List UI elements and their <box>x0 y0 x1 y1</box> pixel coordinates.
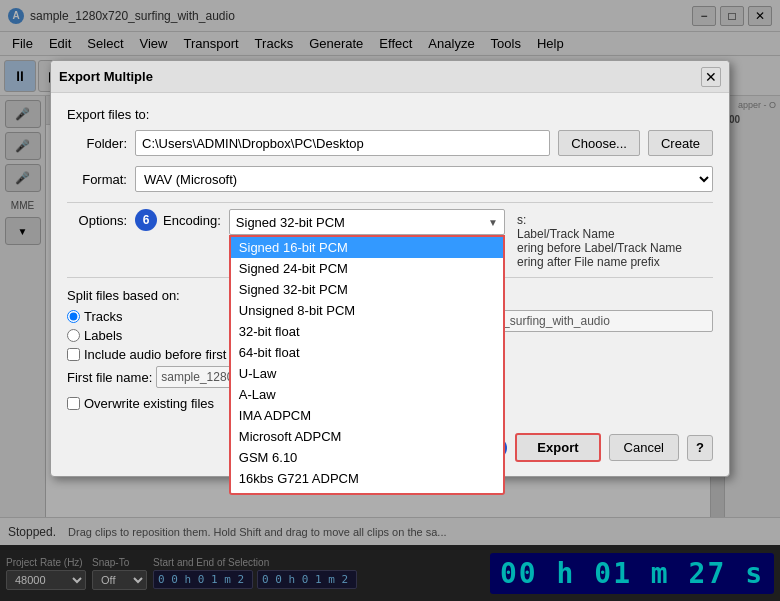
modal-close-button[interactable]: ✕ <box>701 67 721 87</box>
right-col-after: ering after File name prefix <box>517 255 713 269</box>
right-col-track: Label/Track Name <box>517 227 713 241</box>
format-label: Format: <box>67 172 127 187</box>
encoding-selected-value: Signed 32-bit PCM <box>236 215 345 230</box>
encoding-option-16bit[interactable]: Signed 16-bit PCM <box>231 237 503 258</box>
encoding-option-gsm[interactable]: GSM 6.10 <box>231 447 503 468</box>
encoding-option-32float[interactable]: 32-bit float <box>231 321 503 342</box>
overwrite-label: Overwrite existing files <box>84 396 214 411</box>
encoding-dropdown-list: Signed 16-bit PCM Signed 24-bit PCM Sign… <box>229 235 505 495</box>
encoding-option-24bit[interactable]: Signed 24-bit PCM <box>231 258 503 279</box>
encoding-option-ima[interactable]: IMA ADPCM <box>231 405 503 426</box>
modal-title: Export Multiple <box>59 69 701 84</box>
encoding-option-alaw[interactable]: A-Law <box>231 384 503 405</box>
folder-input[interactable] <box>135 130 550 156</box>
modal-overlay: Export Multiple ✕ Export files to: Folde… <box>0 0 780 601</box>
export-button[interactable]: Export <box>515 433 600 462</box>
file-name-label: First file name: <box>67 370 152 385</box>
format-select[interactable]: WAV (Microsoft) <box>135 166 713 192</box>
encoding-option-64float[interactable]: 64-bit float <box>231 342 503 363</box>
encoding-option-g721[interactable]: 16kbs G721 ADPCM <box>231 468 503 489</box>
right-col-s: s: <box>517 213 713 227</box>
encoding-badge: 6 <box>135 209 157 231</box>
tracks-radio-label: Tracks <box>84 309 123 324</box>
encoding-option-ulaw[interactable]: U-Law <box>231 363 503 384</box>
encoding-dropdown: Signed 32-bit PCM ▼ Signed 16-bit PCM Si… <box>229 209 505 235</box>
modal-body: Export files to: Folder: Choose... Creat… <box>51 93 729 425</box>
help-button[interactable]: ? <box>687 435 713 461</box>
encoding-label: Encoding: <box>163 213 221 228</box>
options-row: Options: 6 Encoding: Signed 32-bit PCM ▼ <box>67 209 713 269</box>
encoding-option-8bit[interactable]: Unsigned 8-bit PCM <box>231 300 503 321</box>
right-col-before: ering before Label/Track Name <box>517 241 713 255</box>
encoding-row: 6 Encoding: Signed 32-bit PCM ▼ Signed 1… <box>135 209 505 235</box>
dropdown-arrow-icon: ▼ <box>488 217 498 228</box>
choose-button[interactable]: Choose... <box>558 130 640 156</box>
folder-row: Folder: Choose... Create <box>67 130 713 156</box>
right-col: s: Label/Track Name ering before Label/T… <box>513 209 713 269</box>
encoding-trigger[interactable]: Signed 32-bit PCM ▼ <box>229 209 505 235</box>
export-files-label: Export files to: <box>67 107 713 122</box>
cancel-button[interactable]: Cancel <box>609 434 679 461</box>
modal-titlebar: Export Multiple ✕ <box>51 61 729 93</box>
encoding-option-32bit[interactable]: Signed 32-bit PCM <box>231 279 503 300</box>
encoding-label-wrap: 6 Encoding: <box>135 209 221 231</box>
encoding-option-16nms[interactable]: 16kbs NMS ADPCM <box>231 489 503 495</box>
options-content: 6 Encoding: Signed 32-bit PCM ▼ Signed 1… <box>135 209 505 235</box>
folder-label: Folder: <box>67 136 127 151</box>
format-row: Format: WAV (Microsoft) <box>67 166 713 192</box>
labels-radio-label: Labels <box>84 328 122 343</box>
export-multiple-dialog: Export Multiple ✕ Export files to: Folde… <box>50 60 730 477</box>
include-audio-checkbox[interactable] <box>67 348 80 361</box>
overwrite-checkbox[interactable] <box>67 397 80 410</box>
options-label: Options: <box>67 209 127 228</box>
create-button[interactable]: Create <box>648 130 713 156</box>
labels-radio[interactable] <box>67 329 80 342</box>
tracks-radio[interactable] <box>67 310 80 323</box>
encoding-option-msadpcm[interactable]: Microsoft ADPCM <box>231 426 503 447</box>
